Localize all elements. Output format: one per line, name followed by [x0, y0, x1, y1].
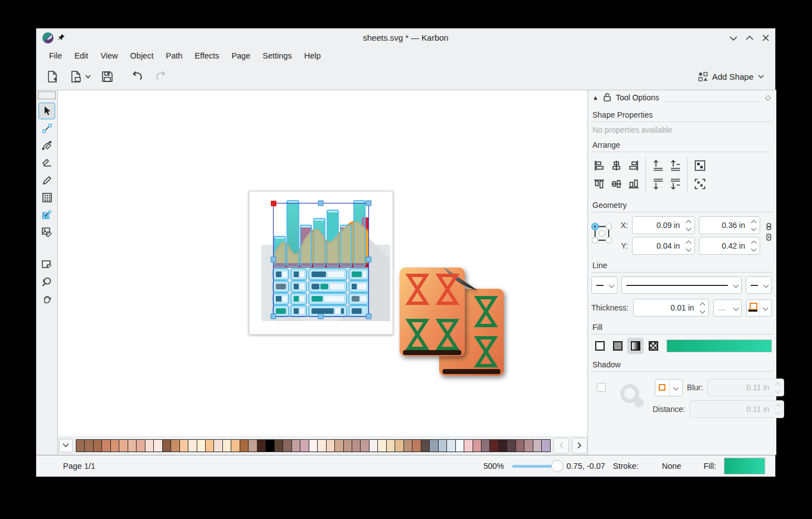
thickness-spinbox[interactable]: 0.01 in — [633, 299, 709, 317]
fill-color-swatch[interactable] — [724, 458, 765, 474]
palette-swatch[interactable] — [291, 439, 300, 452]
tool-gradient-edit[interactable] — [38, 206, 55, 223]
menu-edit[interactable]: Edit — [68, 49, 94, 62]
add-shape-button[interactable]: Add Shape — [695, 68, 767, 85]
menu-object[interactable]: Object — [124, 49, 160, 62]
palette-swatch[interactable] — [171, 439, 179, 452]
menu-page[interactable]: Page — [225, 49, 256, 62]
tool-pan-hand[interactable] — [38, 290, 55, 307]
palette-swatch[interactable] — [257, 439, 266, 452]
palette-swatch[interactable] — [274, 439, 283, 452]
send-to-back-button[interactable] — [669, 177, 682, 190]
tool-pencil[interactable] — [38, 172, 55, 188]
group-shapes-button[interactable] — [693, 159, 706, 172]
fill-gradient-preview[interactable] — [667, 339, 772, 352]
palette-swatch[interactable] — [516, 439, 524, 452]
menu-path[interactable]: Path — [159, 49, 188, 62]
new-document-button[interactable] — [44, 69, 61, 85]
palette-swatch[interactable] — [300, 439, 309, 452]
keep-aspect-ratio-icon[interactable] — [766, 223, 772, 230]
palette-swatch[interactable] — [205, 439, 214, 452]
palette-swatch[interactable] — [481, 439, 490, 452]
redo-button[interactable] — [153, 69, 169, 85]
palette-swatch[interactable] — [84, 439, 93, 452]
lower-shape-button[interactable] — [651, 177, 664, 190]
line-end-marker-dropdown[interactable] — [746, 277, 772, 294]
palette-swatch[interactable] — [317, 439, 326, 452]
x-position-spinbox[interactable]: 0.09 in — [632, 216, 695, 234]
palette-swatch[interactable] — [119, 439, 128, 452]
width-spinbox[interactable]: 0.36 in — [699, 216, 760, 234]
palette-swatch[interactable] — [188, 439, 197, 452]
palette-swatch[interactable] — [412, 439, 421, 452]
line-cap-button[interactable] — [746, 299, 772, 317]
palette-swatch[interactable] — [326, 439, 335, 452]
palette-swatch[interactable] — [473, 439, 482, 452]
palette-swatch[interactable] — [153, 439, 162, 452]
palette-swatch[interactable] — [248, 439, 257, 452]
zoom-slider-knob[interactable] — [551, 460, 563, 472]
align-center-vertical-button[interactable] — [610, 177, 623, 190]
shadow-angle-selector[interactable] — [620, 384, 641, 405]
palette-swatch[interactable] — [283, 439, 291, 452]
shadow-blur-spinbox[interactable]: 0.11 in — [707, 379, 784, 396]
align-center-horizontal-button[interactable] — [610, 159, 623, 172]
palette-swatch[interactable] — [533, 439, 542, 452]
raise-shape-button[interactable] — [651, 159, 664, 172]
align-right-button[interactable] — [627, 159, 640, 172]
fill-gradient-button[interactable] — [627, 338, 644, 354]
dock-float-icon[interactable]: ◇ — [765, 93, 771, 101]
palette-swatch[interactable] — [541, 439, 550, 452]
dock-collapse-icon[interactable]: ▲ — [592, 94, 599, 101]
zoom-slider[interactable] — [512, 460, 559, 472]
palette-swatch[interactable] — [145, 439, 154, 452]
line-start-marker-dropdown[interactable] — [591, 277, 617, 294]
palette-swatch[interactable] — [464, 439, 473, 452]
maximize-button[interactable] — [745, 33, 755, 43]
palette-swatch[interactable] — [265, 439, 274, 452]
menu-file[interactable]: File — [43, 49, 68, 62]
fill-solid-button[interactable] — [609, 338, 626, 354]
fill-none-button[interactable] — [591, 338, 608, 354]
toolbox-drag-handle[interactable] — [38, 91, 56, 99]
menu-effects[interactable]: Effects — [188, 49, 225, 62]
tool-zoom[interactable] — [38, 273, 55, 290]
link-dimensions-icon[interactable] — [766, 234, 772, 241]
palette-swatch[interactable] — [128, 439, 137, 452]
open-document-button[interactable] — [67, 69, 84, 85]
palette-swatch[interactable] — [386, 439, 395, 452]
palette-swatch[interactable] — [76, 439, 85, 452]
palette-scroll-right-button[interactable] — [572, 438, 587, 454]
align-bottom-button[interactable] — [627, 177, 640, 190]
palette-swatch[interactable] — [213, 439, 222, 452]
palette-swatch[interactable] — [421, 439, 430, 452]
palette-scroll-left-button[interactable] — [553, 438, 569, 454]
titlebar[interactable]: sheets.svg * — Karbon — [36, 28, 775, 48]
zoom-level[interactable]: 500% — [483, 462, 504, 471]
shadow-distance-spinbox[interactable]: 0.11 in — [689, 400, 784, 418]
palette-swatch[interactable] — [524, 439, 533, 452]
palette-swatch[interactable] — [489, 439, 498, 452]
palette-swatch[interactable] — [438, 439, 447, 452]
palette-swatch[interactable] — [352, 439, 361, 452]
palette-swatch[interactable] — [395, 439, 403, 452]
y-position-spinbox[interactable]: 0.04 in — [632, 237, 695, 255]
tool-calligraphy[interactable] — [38, 154, 55, 171]
palette-swatch[interactable] — [446, 439, 455, 452]
ungroup-shapes-button[interactable] — [693, 177, 706, 190]
palette-swatch[interactable] — [162, 439, 171, 452]
shadow-enable-checkbox[interactable] — [597, 383, 606, 392]
palette-swatch[interactable] — [136, 439, 145, 452]
palette-swatch[interactable] — [429, 439, 438, 452]
palette-swatch[interactable] — [240, 439, 249, 452]
palette-swatch[interactable] — [360, 439, 369, 452]
anchor-position-selector[interactable] — [591, 216, 612, 252]
palette-swatch[interactable] — [179, 439, 188, 452]
lock-icon[interactable] — [604, 93, 611, 101]
minimize-button[interactable] — [728, 33, 738, 43]
save-button[interactable] — [99, 69, 115, 85]
tool-pattern-edit[interactable] — [38, 189, 55, 206]
palette-swatch[interactable] — [222, 439, 231, 452]
palette-swatch[interactable] — [498, 439, 507, 452]
line-style-dropdown[interactable] — [621, 277, 742, 294]
